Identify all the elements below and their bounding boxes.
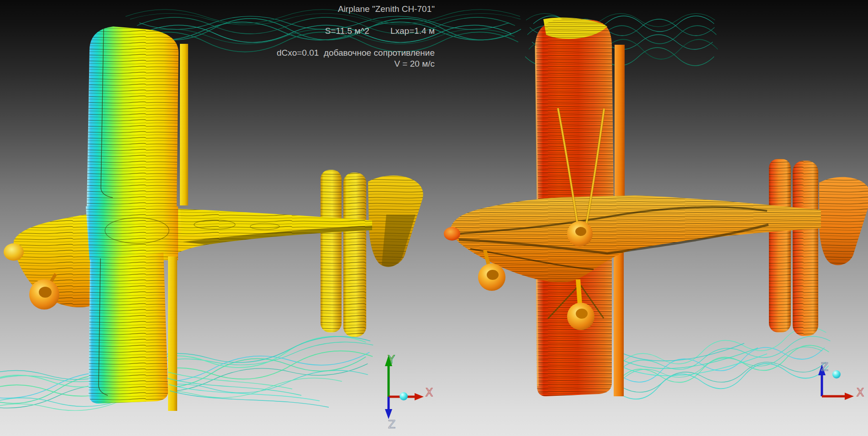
x-axis-label: X [426, 386, 433, 399]
aircraft-bottom-view [444, 18, 868, 396]
z-axis-label: Z [821, 361, 828, 373]
origin-sphere-icon [832, 370, 841, 378]
annotation-velocity: V = 20 м/с [274, 58, 435, 69]
chord-length-value: Lxap=1.4 м [390, 26, 435, 36]
fuselage [451, 195, 821, 282]
x-axis-label: X [857, 386, 864, 399]
annotation-title: Airplane "Zenith CH-701" [274, 4, 435, 15]
cfd-visualization-canvas: Y X Z Z X Airplane "Zenith CH-701" S=11.… [0, 0, 868, 436]
propeller-spinner [444, 227, 460, 241]
vertical-fin [368, 175, 423, 267]
flaperon [614, 247, 624, 396]
x-axis-arrow-icon [415, 393, 424, 400]
main-wheel-far [567, 221, 593, 247]
horizontal-tail [769, 159, 818, 336]
flaperon [180, 44, 188, 205]
right-wing-panel [87, 26, 188, 206]
wake-streamlines-bottom-right [615, 324, 831, 401]
trailing-streamers [167, 372, 329, 407]
propeller-spinner [4, 243, 24, 261]
wing-area-value: S=11.5 м^2 [325, 26, 369, 36]
flaperon [168, 257, 177, 411]
wing-center-section [86, 206, 178, 260]
flaperon [615, 45, 625, 203]
z-axis-arrow-icon [385, 409, 392, 419]
horizontal-tail [321, 170, 366, 337]
axis-triad-left: Y X Z [385, 353, 433, 431]
origin-sphere-icon [400, 392, 408, 400]
x-axis-arrow-icon [845, 393, 854, 400]
fuselage [14, 208, 372, 307]
annotation-drag-parameter: dCxo=0.01 добавочное сопротивление [274, 47, 435, 58]
annotation-wing-parameters: S=11.5 м^2Lxap=1.4 м [274, 15, 435, 47]
y-axis-label: Y [388, 353, 395, 366]
right-wing-panel [535, 18, 625, 203]
left-wing-panel [89, 252, 177, 411]
simulation-annotation: Airplane "Zenith CH-701" S=11.5 м^2Lxap=… [274, 4, 435, 69]
vertical-fin [819, 177, 868, 265]
z-axis-label: Z [388, 418, 395, 431]
axis-triad-right: Z X [818, 361, 864, 400]
